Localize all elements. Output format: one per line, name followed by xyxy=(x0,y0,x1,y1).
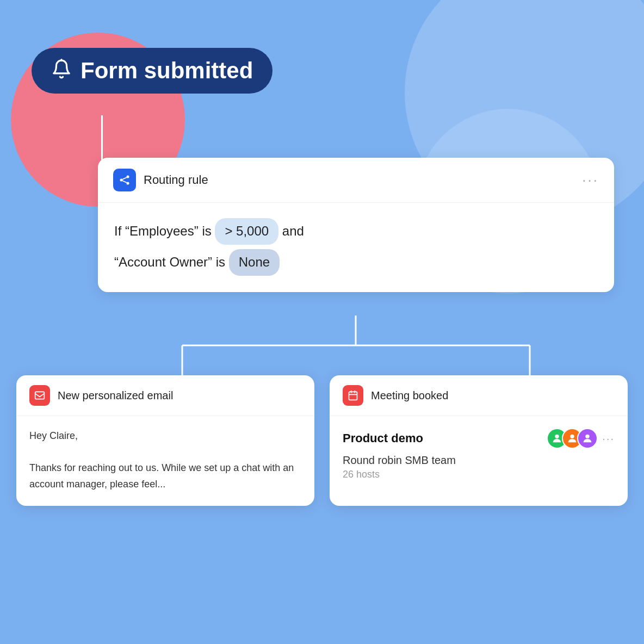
meeting-card: Meeting booked Product demo xyxy=(330,375,628,506)
condition-tag-employees: > 5,000 xyxy=(215,218,278,245)
svg-point-2 xyxy=(127,176,129,178)
routing-condition-line1: If “Employees” is > 5,000 and xyxy=(114,218,598,245)
condition-and: and xyxy=(282,224,304,238)
meeting-title-row: Product demo ··· xyxy=(343,428,615,449)
avatar-3 xyxy=(577,428,598,449)
form-submitted-badge: Form submitted xyxy=(32,48,273,94)
email-icon-box xyxy=(29,385,50,406)
bottom-cards: New personalized email Hey Claire, Thank… xyxy=(16,375,628,506)
avatar-group-row: ··· xyxy=(547,428,615,449)
bell-icon xyxy=(51,59,72,83)
routing-rule-body: If “Employees” is > 5,000 and “Account O… xyxy=(98,203,614,292)
email-card: New personalized email Hey Claire, Thank… xyxy=(16,375,314,506)
svg-rect-11 xyxy=(349,392,357,400)
badge-label: Form submitted xyxy=(81,58,253,84)
avatar-group xyxy=(547,428,598,449)
email-body-text: Hey Claire, Thanks for reaching out to u… xyxy=(29,428,301,493)
meeting-dots[interactable]: ··· xyxy=(602,432,615,445)
meeting-card-body: Product demo ··· xyxy=(330,416,628,493)
svg-line-4 xyxy=(122,177,127,179)
condition-tag-none: None xyxy=(229,249,280,276)
connector-top xyxy=(101,115,103,164)
routing-rule-title: Routing rule xyxy=(144,173,208,187)
meeting-card-header: Meeting booked xyxy=(330,375,628,416)
routing-icon-box xyxy=(113,169,136,191)
svg-line-5 xyxy=(122,181,127,183)
routing-rule-header: Routing rule ··· xyxy=(98,158,614,203)
meeting-name: Product demo xyxy=(343,431,423,445)
svg-rect-10 xyxy=(35,392,45,399)
email-card-title: New personalized email xyxy=(58,389,173,402)
routing-condition-line2: “Account Owner” is None xyxy=(114,249,598,276)
svg-point-3 xyxy=(127,182,129,185)
ellipsis-icon[interactable]: ··· xyxy=(582,172,599,189)
svg-point-17 xyxy=(586,435,590,438)
branch-connector xyxy=(98,315,614,381)
meeting-card-title: Meeting booked xyxy=(371,389,448,402)
routing-rule-header-left: Routing rule xyxy=(113,169,208,191)
svg-point-16 xyxy=(571,435,574,438)
meeting-hosts: 26 hosts xyxy=(343,469,615,480)
calendar-icon-box xyxy=(343,385,363,406)
svg-point-15 xyxy=(555,435,559,438)
condition-prefix-1: If “Employees” is xyxy=(114,224,212,238)
email-card-body: Hey Claire, Thanks for reaching out to u… xyxy=(16,416,314,506)
condition-prefix-2: “Account Owner” is xyxy=(114,255,225,269)
email-card-header: New personalized email xyxy=(16,375,314,416)
meeting-team: Round robin SMB team xyxy=(343,454,615,467)
routing-rule-card: Routing rule ··· If “Employees” is > 5,0… xyxy=(98,158,614,292)
svg-point-1 xyxy=(120,179,123,182)
